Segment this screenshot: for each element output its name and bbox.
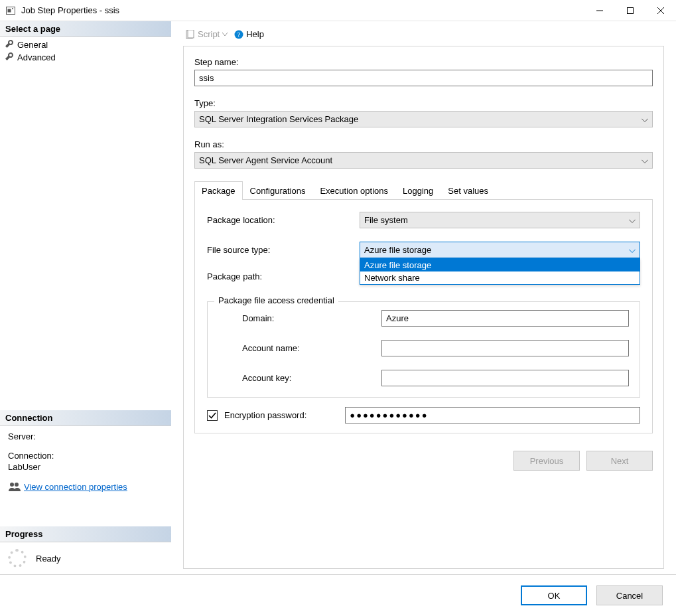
dialog-footer: OK Cancel [0, 575, 676, 616]
button-label: Previous [530, 456, 564, 466]
content-pane: Script ? Help Step name: Type: SQL Serve… [171, 21, 676, 574]
account-name-input[interactable] [381, 340, 629, 356]
credential-legend: Package file access credential [214, 295, 338, 305]
tab-label: Logging [403, 186, 433, 196]
svg-rect-4 [628, 7, 634, 13]
account-key-label: Account key: [242, 373, 381, 383]
dropdown-option[interactable]: Network share [360, 271, 640, 284]
connection-value: LabUser [8, 462, 163, 472]
view-connection-properties-link[interactable]: View connection properties [24, 482, 127, 492]
sidebar: Select a page General Advanced Connectio… [0, 21, 171, 574]
dropdown-option[interactable]: Azure file storage [360, 259, 640, 271]
package-location-select[interactable]: File system [360, 212, 640, 228]
help-icon: ? [234, 30, 243, 39]
connection-label: Connection: [8, 451, 163, 461]
package-location-value: File system [364, 215, 408, 225]
tab-logging[interactable]: Logging [395, 181, 440, 200]
connection-info: Server: Connection: LabUser View connect… [0, 426, 171, 497]
domain-input[interactable] [381, 310, 629, 327]
tab-label: Set values [448, 186, 488, 196]
tab-configurations[interactable]: Configurations [243, 181, 313, 200]
dropdown-option-label: Azure file storage [364, 260, 431, 270]
chevron-down-icon [222, 33, 228, 37]
sidebar-item-general[interactable]: General [0, 38, 171, 51]
next-button: Next [586, 451, 653, 471]
svg-text:?: ? [237, 31, 241, 38]
step-name-input[interactable] [194, 70, 653, 86]
account-key-input[interactable] [381, 370, 629, 386]
svg-point-7 [10, 483, 14, 487]
run-as-select[interactable]: SQL Server Agent Service Account [194, 152, 653, 169]
help-label: Help [246, 29, 264, 39]
sidebar-header-progress: Progress [0, 526, 171, 542]
chevron-down-icon [629, 215, 636, 225]
app-icon [5, 5, 16, 16]
button-label: Next [611, 456, 629, 466]
chevron-down-icon [642, 114, 648, 124]
type-select[interactable]: SQL Server Integration Services Package [194, 111, 653, 127]
title-bar: Job Step Properties - ssis [0, 0, 676, 21]
run-as-label: Run as: [194, 139, 653, 149]
wrench-icon [5, 52, 13, 62]
encryption-password-input[interactable] [345, 407, 640, 424]
progress-label: Ready [36, 554, 61, 564]
check-icon [208, 412, 216, 420]
window-title: Job Step Properties - ssis [21, 5, 119, 15]
tab-execution-options[interactable]: Execution options [312, 181, 395, 200]
wrench-icon [5, 40, 13, 50]
package-path-label: Package path: [207, 271, 360, 281]
domain-label: Domain: [242, 313, 381, 323]
step-name-label: Step name: [194, 57, 653, 67]
sidebar-item-label: Advanced [17, 52, 56, 62]
sidebar-item-advanced[interactable]: Advanced [0, 51, 171, 64]
tab-label: Execution options [320, 186, 388, 196]
close-button[interactable] [645, 0, 676, 21]
credential-fieldset: Package file access credential Domain: A… [207, 301, 640, 398]
svg-rect-10 [188, 30, 194, 38]
help-button[interactable]: ? Help [234, 29, 264, 39]
tab-package[interactable]: Package [194, 181, 243, 200]
content-toolbar: Script ? Help [183, 27, 664, 46]
minimize-button[interactable] [584, 0, 615, 21]
sidebar-item-label: General [17, 40, 48, 50]
dropdown-option-label: Network share [364, 273, 420, 283]
svg-rect-1 [8, 9, 11, 12]
encryption-password-checkbox[interactable] [207, 410, 218, 421]
button-label: Cancel [616, 591, 643, 601]
run-as-value: SQL Server Agent Service Account [199, 155, 332, 165]
tab-set-values[interactable]: Set values [440, 181, 496, 200]
package-location-label: Package location: [207, 215, 360, 225]
maximize-button[interactable] [615, 0, 645, 21]
chevron-down-icon [642, 155, 648, 165]
cancel-button[interactable]: Cancel [596, 585, 663, 605]
script-button[interactable]: Script [186, 29, 228, 39]
file-source-type-select[interactable]: Azure file storage [360, 242, 640, 258]
button-label: OK [548, 591, 561, 601]
chevron-down-icon [629, 245, 636, 255]
svg-point-8 [15, 483, 19, 487]
server-label: Server: [8, 431, 163, 441]
tab-label: Package [202, 186, 236, 196]
tab-strip: Package Configurations Execution options… [194, 181, 653, 200]
type-value: SQL Server Integration Services Package [199, 114, 358, 124]
encryption-password-label: Encryption password: [224, 410, 306, 420]
tab-content-package: Package location: File system File sourc… [194, 200, 653, 433]
sidebar-header-select-page: Select a page [0, 21, 171, 37]
script-label: Script [198, 29, 220, 39]
file-source-type-label: File source type: [207, 245, 360, 255]
ok-button[interactable]: OK [521, 585, 587, 605]
account-name-label: Account name: [242, 343, 381, 353]
sidebar-header-connection: Connection [0, 410, 171, 426]
file-source-type-value: Azure file storage [364, 245, 431, 255]
people-icon [8, 481, 21, 492]
type-label: Type: [194, 98, 653, 108]
tab-label: Configurations [250, 186, 306, 196]
main-panel: Step name: Type: SQL Server Integration … [183, 46, 664, 569]
file-source-type-dropdown[interactable]: Azure file storage Network share [360, 258, 640, 285]
progress-status: Ready [0, 542, 171, 574]
svg-point-2 [12, 8, 13, 9]
previous-button: Previous [513, 451, 580, 471]
spinner-icon [8, 549, 27, 568]
